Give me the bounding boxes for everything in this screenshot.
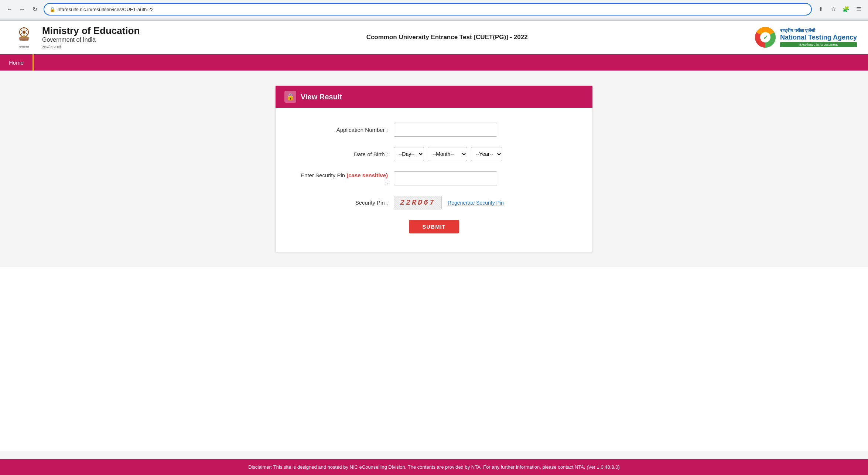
security-pin-display: 22RD67 Regenerate Security Pin bbox=[394, 196, 504, 209]
nta-emblem: ✓ bbox=[754, 26, 776, 48]
header-center: Ccommon University Entrance Test [CUET(P… bbox=[366, 34, 528, 41]
svg-rect-9 bbox=[20, 40, 28, 41]
nta-text: राष्ट्रीय परीक्षा एजेंसी National Testin… bbox=[780, 28, 857, 47]
reload-button[interactable]: ↻ bbox=[30, 4, 40, 14]
regenerate-link[interactable]: Regenerate Security Pin bbox=[448, 200, 504, 206]
nta-tagline: Excellence in Assessment bbox=[780, 42, 857, 47]
svg-text:✓: ✓ bbox=[763, 34, 768, 41]
ashoka-emblem-icon: सत्यमेव जयते bbox=[12, 25, 36, 49]
content-area: 🔒 View Result Application Number : Date … bbox=[0, 71, 868, 267]
lock-icon: 🔒 bbox=[49, 7, 55, 12]
share-button[interactable]: ⬆ bbox=[816, 4, 826, 14]
submit-button[interactable]: SUBMIT bbox=[409, 220, 459, 233]
org-name: Ministry of Education bbox=[42, 25, 140, 37]
dob-selects: --Day-- 12345 678910 1112131415 16171819… bbox=[394, 147, 502, 161]
disclaimer-text: Disclaimer: This site is designed and ho… bbox=[248, 464, 620, 470]
emblem: सत्यमेव जयते bbox=[11, 24, 37, 50]
captcha-image: 22RD67 bbox=[394, 196, 442, 209]
dob-row: Date of Birth : --Day-- 12345 678910 111… bbox=[298, 147, 570, 161]
dob-label: Date of Birth : bbox=[298, 151, 394, 157]
application-number-row: Application Number : bbox=[298, 123, 570, 137]
forward-button[interactable]: → bbox=[17, 4, 27, 14]
org-sub: Government of India bbox=[42, 37, 140, 43]
nav-bar: Home bbox=[0, 54, 868, 71]
nav-buttons: ← → ↻ bbox=[4, 4, 40, 14]
case-sensitive-note: (case sensitive) bbox=[346, 172, 388, 178]
org-tagline: सत्यमेव जयते bbox=[42, 45, 61, 49]
header-text: Ministry of Education Government of Indi… bbox=[42, 25, 140, 50]
form-card-title: View Result bbox=[301, 93, 342, 101]
nta-english: National Testing Agency bbox=[780, 34, 857, 41]
svg-line-4 bbox=[25, 33, 28, 35]
security-pin-input-row: Enter Security Pin (case sensitive) : bbox=[298, 171, 570, 185]
form-card-body: Application Number : Date of Birth : --D… bbox=[276, 108, 592, 252]
header-right: ✓ राष्ट्रीय परीक्षा एजेंसी National Test… bbox=[754, 26, 857, 48]
page-wrapper: सत्यमेव जयते Ministry of Education Gover… bbox=[0, 21, 868, 451]
security-pin-display-row: Security Pin : 22RD67 Regenerate Securit… bbox=[298, 196, 570, 209]
url-text: ntaresults.nic.in/resultservices/CUET-au… bbox=[58, 7, 806, 12]
form-card: 🔒 View Result Application Number : Date … bbox=[275, 85, 593, 252]
bookmark-button[interactable]: ☆ bbox=[828, 4, 838, 14]
extensions-button[interactable]: 🧩 bbox=[841, 4, 851, 14]
back-button[interactable]: ← bbox=[4, 4, 15, 14]
svg-line-6 bbox=[20, 33, 23, 35]
browser-chrome: ← → ↻ 🔒 ntaresults.nic.in/resultservices… bbox=[0, 0, 868, 21]
security-pin-input[interactable] bbox=[394, 171, 497, 185]
submit-row: SUBMIT bbox=[298, 220, 570, 233]
dob-year-select[interactable]: --Year-- 1990199119921993 19941995199619… bbox=[471, 147, 502, 161]
nta-circle-icon: ✓ bbox=[754, 26, 776, 48]
application-number-label: Application Number : bbox=[298, 127, 394, 133]
page-title: Ccommon University Entrance Test [CUET(P… bbox=[366, 34, 528, 41]
dob-day-select[interactable]: --Day-- 12345 678910 1112131415 16171819… bbox=[394, 147, 424, 161]
toolbar-right: ⬆ ☆ 🧩 ☰ bbox=[816, 4, 864, 14]
svg-point-1 bbox=[23, 31, 25, 34]
security-pin-label: Enter Security Pin (case sensitive) : bbox=[298, 172, 394, 185]
lock-badge-icon: 🔒 bbox=[284, 91, 296, 103]
dob-month-select[interactable]: --Month-- JanuaryFebruaryMarchApril MayJ… bbox=[428, 147, 467, 161]
nta-hindi: राष्ट्रीय परीक्षा एजेंसी bbox=[780, 28, 857, 34]
tab-bar bbox=[0, 18, 868, 20]
nav-home-label: Home bbox=[9, 59, 24, 66]
site-header: सत्यमेव जयते Ministry of Education Gover… bbox=[0, 21, 868, 54]
footer-disclaimer: Disclaimer: This site is designed and ho… bbox=[0, 459, 868, 475]
nta-logo: ✓ राष्ट्रीय परीक्षा एजेंसी National Test… bbox=[754, 26, 857, 48]
nav-item-home[interactable]: Home bbox=[0, 54, 34, 71]
security-pin-display-label: Security Pin : bbox=[298, 199, 394, 206]
browser-toolbar: ← → ↻ 🔒 ntaresults.nic.in/resultservices… bbox=[0, 0, 868, 18]
address-bar[interactable]: 🔒 ntaresults.nic.in/resultservices/CUET-… bbox=[44, 3, 812, 16]
application-number-input[interactable] bbox=[394, 123, 497, 137]
menu-button[interactable]: ☰ bbox=[853, 4, 864, 14]
header-left: सत्यमेव जयते Ministry of Education Gover… bbox=[11, 24, 140, 50]
svg-text:सत्यमेव जयते: सत्यमेव जयते bbox=[18, 45, 29, 48]
form-card-header: 🔒 View Result bbox=[276, 86, 592, 108]
